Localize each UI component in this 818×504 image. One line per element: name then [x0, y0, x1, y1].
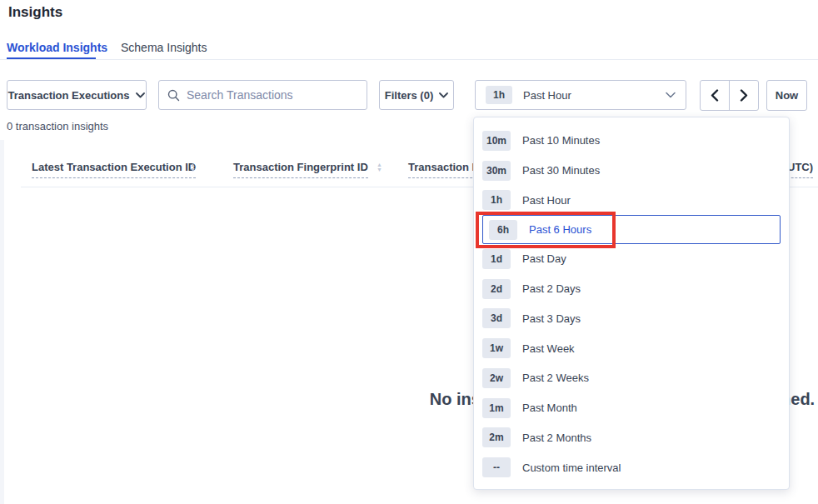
time-option-label: Past 6 Hours	[529, 223, 591, 236]
time-option-badge: 6h	[489, 220, 517, 240]
column-header-latest-transaction-execution-id[interactable]: Latest Transaction Execution ID	[32, 161, 196, 178]
time-option-label: Past 2 Months	[522, 432, 591, 444]
time-option-past-2-weeks[interactable]: 2w Past 2 Weeks	[474, 363, 789, 393]
now-button-label: Now	[776, 89, 798, 102]
time-option-past-week[interactable]: 1w Past Week	[474, 333, 789, 363]
transaction-type-select[interactable]: Transaction Executions	[7, 80, 147, 110]
time-interval-label: Past Hour	[523, 89, 571, 102]
page-title: Insights	[8, 4, 62, 21]
time-option-badge: 10m	[482, 131, 511, 151]
time-option-label: Custom time interval	[522, 462, 621, 474]
tab-workload-insights[interactable]: Workload Insights	[7, 41, 107, 54]
time-option-past-2-months[interactable]: 2m Past 2 Months	[474, 423, 789, 453]
time-option-label: Past Hour	[522, 194, 571, 207]
chevron-right-icon	[740, 89, 748, 102]
now-button[interactable]: Now	[766, 80, 807, 111]
time-option-badge: 3d	[482, 308, 511, 328]
search-icon	[167, 89, 180, 102]
sort-desc-icon: ▼	[377, 167, 382, 172]
chevron-down-icon	[439, 92, 448, 98]
time-option-past-day[interactable]: 1d Past Day	[474, 244, 789, 274]
time-option-label: Past Day	[522, 252, 566, 265]
chevron-left-icon	[711, 89, 719, 102]
time-option-badge: 1m	[482, 398, 511, 418]
time-option-label: Past 2 Weeks	[522, 372, 589, 384]
column-header-utc-truncated[interactable]: UTC)	[787, 161, 813, 178]
tabs-divider	[0, 59, 818, 60]
tab-active-underline	[7, 57, 96, 59]
time-option-past-2-days[interactable]: 2d Past 2 Days	[474, 274, 789, 304]
time-option-badge: 2d	[482, 279, 511, 299]
column-header-label: Latest Transaction Execution ID	[32, 161, 196, 178]
time-option-label: Past 10 Minutes	[522, 134, 600, 147]
column-header-label: Transaction Fingerprint ID	[233, 161, 368, 178]
column-header-label: UTC)	[787, 161, 813, 178]
column-header-transaction-fingerprint-id[interactable]: Transaction Fingerprint ID	[233, 161, 368, 178]
tab-schema-insights[interactable]: Schema Insights	[121, 41, 207, 54]
time-option-past-30-minutes[interactable]: 30m Past 30 Minutes	[474, 156, 789, 186]
time-option-badge: 2m	[482, 427, 511, 447]
time-option-badge: --	[482, 457, 511, 477]
time-option-badge: 1h	[482, 190, 511, 210]
sort-icon[interactable]: ▲ ▼	[190, 162, 196, 172]
time-option-past-3-days[interactable]: 3d Past 3 Days	[474, 304, 789, 334]
sort-desc-icon: ▼	[190, 167, 196, 172]
results-count: 0 transaction insights	[7, 120, 108, 132]
time-interval-badge: 1h	[486, 86, 512, 104]
chevron-down-icon	[136, 92, 145, 98]
time-step-arrows	[700, 80, 759, 111]
time-option-badge: 1d	[482, 249, 511, 269]
filters-button-label: Filters (0)	[385, 89, 434, 102]
search-transactions-input[interactable]	[187, 88, 358, 102]
filters-button[interactable]: Filters (0)	[379, 80, 454, 110]
page-edge-strip	[0, 140, 4, 504]
time-option-label: Past Week	[522, 342, 575, 355]
time-option-label: Past 3 Days	[522, 312, 581, 325]
time-option-past-6-hours[interactable]: 6h Past 6 Hours	[482, 215, 781, 244]
next-interval-button[interactable]	[730, 81, 759, 110]
time-option-past-hour[interactable]: 1h Past Hour	[474, 186, 789, 216]
sort-icon[interactable]: ▲ ▼	[377, 162, 382, 172]
time-option-label: Past 30 Minutes	[522, 164, 600, 177]
transaction-type-select-label: Transaction Executions	[8, 89, 130, 102]
time-option-label: Past Month	[522, 402, 577, 414]
search-transactions-box[interactable]	[158, 80, 367, 110]
time-interval-dropdown: 10m Past 10 Minutes 30m Past 30 Minutes …	[473, 117, 790, 490]
chevron-down-icon	[666, 92, 676, 98]
time-option-custom-time-interval[interactable]: -- Custom time interval	[474, 452, 789, 482]
time-option-badge: 1w	[482, 338, 511, 358]
time-option-badge: 30m	[482, 161, 511, 181]
time-option-label: Past 2 Days	[522, 282, 581, 295]
time-option-past-month[interactable]: 1m Past Month	[474, 393, 789, 423]
previous-interval-button[interactable]	[701, 81, 730, 110]
time-interval-picker[interactable]: 1h Past Hour	[475, 80, 686, 110]
time-option-badge: 2w	[482, 368, 511, 388]
time-option-past-10-minutes[interactable]: 10m Past 10 Minutes	[474, 126, 789, 156]
